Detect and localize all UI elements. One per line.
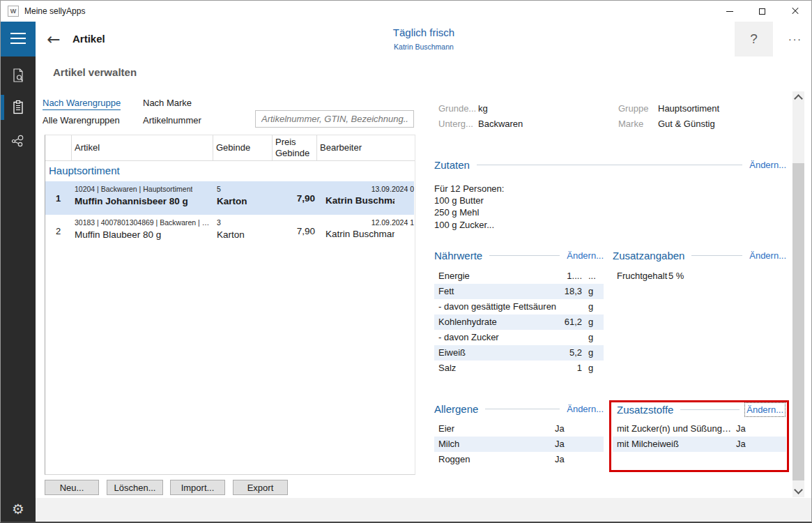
loeschen-button-label: Löschen... xyxy=(114,483,156,493)
section-rule xyxy=(485,409,560,409)
allergen-label: Eier xyxy=(438,423,454,434)
group-header[interactable]: Hauptsortiment xyxy=(49,165,120,176)
naehrwerte-table: Energie 1.... ... Fett 18,3 g - davon ge… xyxy=(434,268,604,376)
back-button[interactable]: ← xyxy=(41,27,66,51)
allergen-value: Ja xyxy=(555,439,565,449)
neu-button[interactable]: Neu... xyxy=(45,480,99,495)
minimize-button[interactable] xyxy=(713,1,746,22)
zusatzstoffe-aendern-link[interactable]: Ändern... xyxy=(746,404,783,415)
app-window: W Meine sellyApps xyxy=(0,0,812,523)
tab-nach-marke[interactable]: Nach Marke xyxy=(143,98,192,108)
nutrient-label: Eiweiß xyxy=(438,347,466,358)
more-button[interactable]: ··· xyxy=(779,22,811,56)
section-rule xyxy=(477,165,742,165)
zusatzstoff-row: mit Milcheiweiß Ja xyxy=(613,437,786,452)
minimize-icon xyxy=(726,11,733,12)
row-meta: 30183 | 4007801304869 | Backwaren | Haup… xyxy=(75,218,211,227)
chevron-up-icon xyxy=(794,94,803,103)
naehrwerte-aendern-link[interactable]: Ändern... xyxy=(567,250,604,261)
help-icon: ? xyxy=(750,31,758,47)
zusatzstoff-label: mit Milcheiweiß xyxy=(617,439,679,449)
zutaten-text: Für 12 Personen: 100 g Butter 250 g Mehl… xyxy=(434,183,504,231)
detail-scrollbar[interactable] xyxy=(792,91,804,497)
table-row[interactable]: 2 30183 | 4007801304869 | Backwaren | Ha… xyxy=(45,215,414,247)
help-button[interactable]: ? xyxy=(735,22,773,56)
article-table: Artikel Gebinde Preis Gebinde Bearbeiter… xyxy=(45,135,415,475)
nutrient-value: 18,3 xyxy=(565,286,582,296)
page-header-title: Artikel xyxy=(72,33,105,45)
zusatzstoffe-title: Zusatzstoffe xyxy=(617,404,673,416)
more-icon: ··· xyxy=(788,33,802,45)
row-editor: Katrin Buschmann xyxy=(325,229,394,239)
naehrwerte-row: Salz 1 g xyxy=(434,361,604,376)
neu-button-label: Neu... xyxy=(60,483,84,493)
import-button[interactable]: Import... xyxy=(170,480,225,495)
column-header-gebinde[interactable]: Gebinde xyxy=(216,142,250,153)
row-unit: Karton xyxy=(217,229,245,240)
back-arrow-icon: ← xyxy=(47,30,60,48)
close-button[interactable] xyxy=(779,1,811,22)
allergene-aendern-link[interactable]: Ändern... xyxy=(567,404,604,414)
allergen-value: Ja xyxy=(555,454,565,464)
zusatzangaben-title: Zusatzangaben xyxy=(613,250,684,262)
zusatzstoff-row: mit Zucker(n) und Süßungs... Ja xyxy=(613,421,786,437)
zutaten-title: Zutaten xyxy=(434,159,470,171)
nutrient-value: 61,2 xyxy=(565,317,582,327)
zusatzstoff-value: Ja xyxy=(736,439,746,449)
sidebar-item-lookup[interactable] xyxy=(1,62,36,89)
zusatzangaben-aendern-link[interactable]: Ändern... xyxy=(749,250,786,261)
naehrwerte-section-header: Nährwerte Ändern... xyxy=(434,250,604,262)
column-header-artikel[interactable]: Artikel xyxy=(75,142,100,153)
sidebar-item-artikel[interactable] xyxy=(1,94,36,121)
nutrient-unit: g xyxy=(588,286,593,296)
sidebar-item-verbindungen[interactable] xyxy=(1,128,36,154)
zutaten-aendern-link[interactable]: Ändern... xyxy=(749,160,786,170)
scroll-down-button[interactable] xyxy=(792,485,804,497)
loeschen-button[interactable]: Löschen... xyxy=(107,480,163,495)
import-button-label: Import... xyxy=(181,483,215,493)
prop-value-marke: Gut & Günstig xyxy=(658,119,715,129)
zusatzstoffe-table: mit Zucker(n) und Süßungs... Ja mit Milc… xyxy=(613,421,786,452)
row-unit: Karton xyxy=(217,196,247,206)
maximize-button[interactable] xyxy=(746,1,779,22)
nutrient-label: - davon Zucker xyxy=(438,332,499,342)
row-editor: Katrin Buschmann xyxy=(325,195,394,206)
nutrient-unit: g xyxy=(588,301,593,312)
scroll-up-button[interactable] xyxy=(792,91,804,103)
naehrwerte-title: Nährwerte xyxy=(434,250,482,262)
nutrient-unit: g xyxy=(588,332,593,342)
share-icon xyxy=(10,133,26,149)
scrollbar-thumb[interactable] xyxy=(792,163,804,480)
menu-button[interactable] xyxy=(1,22,36,56)
zusatzstoff-value: Ja xyxy=(736,423,746,434)
nutrient-unit: g xyxy=(588,317,593,327)
nutrient-value: 5,2 xyxy=(569,347,582,358)
artikelnummer-filter[interactable]: Artikelnummer xyxy=(143,115,201,126)
warengruppen-filter[interactable]: Alle Warengruppen xyxy=(43,115,120,126)
zutaten-line: 250 g Mehl xyxy=(434,206,504,218)
nutrient-label: Kohlenhydrate xyxy=(438,317,497,327)
allergen-row: Eier Ja xyxy=(434,421,604,437)
column-header-preis-line2[interactable]: Gebinde xyxy=(275,148,309,158)
zusatzangabe-value: 5 % xyxy=(668,271,684,281)
prop-label-gruppe: Gruppe xyxy=(618,103,648,114)
export-button[interactable]: Export xyxy=(233,480,288,495)
window-title: Meine sellyApps xyxy=(24,1,85,22)
row-number: 1 xyxy=(45,181,71,215)
column-header-preis-line1[interactable]: Preis xyxy=(275,137,296,147)
tab-nach-warengruppe[interactable]: Nach Warengruppe xyxy=(43,98,121,110)
sidebar-item-einstellungen[interactable]: ⚙ xyxy=(1,496,36,522)
column-header-bearbeiter[interactable]: Bearbeiter xyxy=(320,142,362,153)
search-input[interactable] xyxy=(255,110,414,128)
row-date: 12.09.2024 1 xyxy=(317,218,414,227)
titlebar: W Meine sellyApps xyxy=(1,1,811,22)
column-divider xyxy=(71,135,72,160)
table-row[interactable]: 1 10204 | Backwaren | Hauptsortiment Muf… xyxy=(45,181,414,215)
allergen-label: Roggen xyxy=(438,454,470,464)
zusatzangaben-row: Fruchtgehalt 5 % xyxy=(613,268,786,284)
row-qty: 5 xyxy=(217,185,221,193)
prop-label-grundeinheit: Grunde... xyxy=(438,103,476,114)
sidebar: ⚙ xyxy=(1,56,36,522)
row-meta: 10204 | Backwaren | Hauptsortiment xyxy=(75,185,192,193)
nutrient-value: 1.... xyxy=(567,271,582,281)
